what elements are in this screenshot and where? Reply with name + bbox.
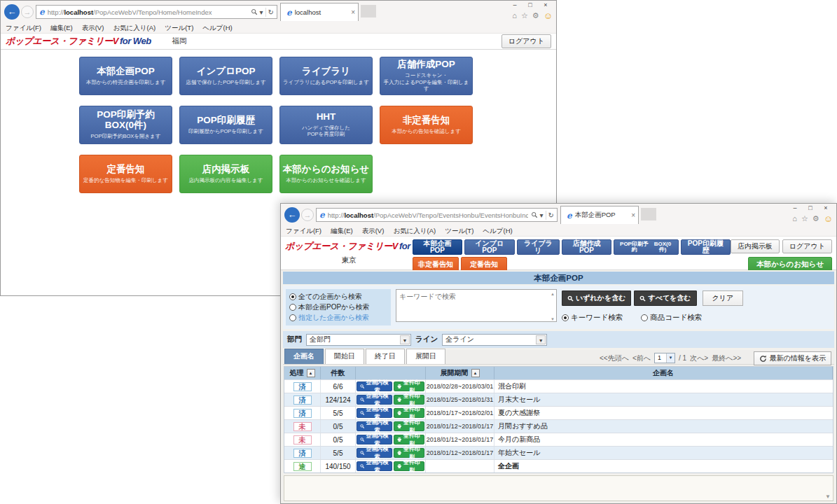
maximize-button[interactable]: □ bbox=[803, 204, 818, 213]
print-all-button[interactable]: 全件印刷 bbox=[394, 382, 424, 391]
print-all-button[interactable]: 全件印刷 bbox=[394, 421, 424, 431]
home-icon[interactable]: ⌂ bbox=[792, 215, 797, 223]
feedback-smiley-icon[interactable]: ☺ bbox=[544, 11, 553, 20]
menu-item[interactable]: ツール(T) bbox=[165, 24, 193, 33]
menu-tile[interactable]: POP印刷履歴印刷履歴からPOPを印刷します bbox=[179, 106, 272, 144]
menu-item[interactable]: 表示(V) bbox=[362, 227, 385, 236]
menu-item[interactable]: お気に入り(A) bbox=[113, 24, 155, 33]
store-board-button[interactable]: 店内掲示板 bbox=[731, 239, 780, 253]
menu-tile[interactable]: 店舗作成POPコードスキャン・手入力によるPOPを編集・印刷します bbox=[380, 57, 473, 95]
refresh-list-button[interactable]: 最新の情報を表示 bbox=[754, 351, 831, 365]
forward-button[interactable]: → bbox=[301, 209, 314, 221]
close-button[interactable]: × bbox=[538, 1, 553, 10]
print-all-button[interactable]: 全件印刷 bbox=[394, 395, 424, 405]
search-in-event-button[interactable]: 企画内検索 bbox=[357, 435, 392, 444]
radio-option[interactable]: キーワード検索 bbox=[562, 313, 623, 323]
keyword-input[interactable] bbox=[396, 289, 557, 322]
home-icon[interactable]: ⌂ bbox=[512, 12, 517, 20]
minimize-button[interactable]: – bbox=[787, 204, 803, 213]
new-tab-button[interactable] bbox=[641, 208, 656, 220]
menu-tile[interactable]: POP印刷予約BOX(0件)POP印刷予約BOXを開きます bbox=[79, 106, 172, 144]
menu-tile[interactable]: 本部企画POP本部からの特売企画を印刷します bbox=[79, 57, 172, 95]
sort-status-button[interactable]: ▲ bbox=[307, 369, 315, 377]
minimize-button[interactable]: – bbox=[507, 1, 523, 10]
menu-item[interactable]: 編集(E) bbox=[50, 24, 73, 33]
search-in-event-button[interactable]: 企画内検索 bbox=[357, 421, 392, 431]
menu-item[interactable]: お気に入り(A) bbox=[393, 227, 436, 236]
radio-option[interactable]: 商品コード検索 bbox=[641, 313, 702, 323]
dept-select[interactable]: 全部門▼ bbox=[306, 334, 411, 346]
page-next-link[interactable]: 次へ> bbox=[690, 354, 708, 363]
settings-gear-icon[interactable]: ⚙ bbox=[812, 215, 819, 223]
menu-item[interactable]: 編集(E) bbox=[331, 227, 353, 236]
refresh-icon[interactable]: ↻ bbox=[548, 211, 554, 219]
page-last-link[interactable]: 最終へ>> bbox=[712, 354, 741, 363]
favorites-star-icon[interactable]: ☆ bbox=[801, 215, 808, 223]
status-badge[interactable]: 済 bbox=[293, 449, 312, 458]
tab-close-icon[interactable]: × bbox=[351, 8, 355, 16]
nav-button[interactable]: POP印刷履歴 bbox=[681, 239, 731, 255]
page-first-link[interactable]: <<先頭へ bbox=[600, 354, 629, 363]
print-all-button[interactable]: 全件印刷 bbox=[394, 408, 424, 418]
page-prev-link[interactable]: <前へ bbox=[632, 354, 651, 363]
status-badge[interactable]: 済 bbox=[293, 396, 312, 405]
clear-button[interactable]: クリア bbox=[703, 290, 744, 306]
search-icon[interactable] bbox=[251, 8, 258, 15]
search-in-event-button[interactable]: 企画内検索 bbox=[357, 461, 392, 471]
sort-tab[interactable]: 開始日 bbox=[325, 349, 364, 364]
menu-tile[interactable]: HHTハンディで保存したPOPを再度印刷 bbox=[279, 106, 373, 144]
radio-option[interactable]: 本部企画POPから検索 bbox=[289, 302, 387, 312]
status-badge[interactable]: 途 bbox=[293, 462, 312, 471]
close-button[interactable]: × bbox=[818, 204, 833, 213]
maximize-button[interactable]: □ bbox=[523, 1, 538, 10]
status-badge[interactable]: 済 bbox=[293, 409, 312, 418]
back-button[interactable]: ← bbox=[284, 207, 300, 223]
browser-tab[interactable]: e localhost × bbox=[280, 3, 359, 21]
scroll-down-icon[interactable]: ▼ bbox=[825, 493, 831, 500]
logout-button[interactable]: ログアウト bbox=[782, 239, 832, 253]
print-all-button[interactable]: 全件印刷 bbox=[394, 435, 424, 444]
feedback-smiley-icon[interactable]: ☺ bbox=[824, 214, 833, 223]
sort-tab[interactable]: 企画名 bbox=[284, 349, 324, 364]
search-all-button[interactable]: すべてを含む bbox=[634, 290, 696, 306]
print-all-button[interactable]: 全件印刷 bbox=[394, 448, 424, 458]
logout-button[interactable]: ログアウト bbox=[501, 34, 551, 48]
menu-item[interactable]: ヘルプ(H) bbox=[202, 24, 232, 33]
search-in-event-button[interactable]: 企画内検索 bbox=[357, 382, 392, 391]
search-any-button[interactable]: いずれかを含む bbox=[562, 290, 631, 306]
menu-tile[interactable]: インプロPOP店舗で保存したPOPを印刷します bbox=[179, 57, 272, 95]
page-select[interactable]: 1▼ bbox=[654, 353, 675, 363]
new-tab-button[interactable] bbox=[361, 5, 376, 18]
menu-item[interactable]: ファイル(F) bbox=[286, 227, 321, 236]
sort-tab[interactable]: 終了日 bbox=[366, 349, 405, 364]
settings-gear-icon[interactable]: ⚙ bbox=[532, 12, 539, 20]
chevron-down-icon[interactable]: ▾ bbox=[260, 8, 263, 16]
menu-tile[interactable]: ライブラリライブラリにあるPOPを印刷します bbox=[279, 57, 373, 95]
menu-item[interactable]: ツール(T) bbox=[445, 227, 473, 236]
menu-item[interactable]: 表示(V) bbox=[82, 24, 104, 33]
search-icon[interactable] bbox=[531, 211, 538, 218]
sort-period-button[interactable]: ▲ bbox=[471, 369, 480, 377]
forward-button[interactable]: → bbox=[21, 6, 34, 18]
menu-tile[interactable]: 非定番告知本部からの告知を確認します bbox=[380, 106, 473, 144]
nav-button[interactable]: 店舗作成POP bbox=[562, 239, 611, 255]
status-badge[interactable]: 未 bbox=[293, 422, 312, 431]
radio-option[interactable]: 指定した企画から検索 bbox=[289, 313, 387, 323]
sort-tab[interactable]: 展開日 bbox=[406, 349, 445, 364]
nav-button[interactable]: ライブラリ bbox=[517, 239, 560, 255]
nav-button[interactable]: POP印刷予約BOX(0件) bbox=[614, 239, 679, 255]
print-all-button[interactable]: 全件印刷 bbox=[394, 461, 424, 471]
address-bar[interactable]: e http://localhost/PopAceWebV/Tenpo/Even… bbox=[316, 208, 558, 222]
menu-item[interactable]: ヘルプ(H) bbox=[483, 227, 512, 236]
textarea-scroll-arrows[interactable]: ▲▼ bbox=[551, 292, 555, 321]
line-select[interactable]: 全ライン▼ bbox=[442, 334, 547, 346]
browser-tab[interactable]: e 本部企画POP × bbox=[560, 206, 639, 224]
favorites-star-icon[interactable]: ☆ bbox=[521, 12, 528, 20]
menu-tile[interactable]: 店内掲示板店内掲示板の内容を編集します bbox=[179, 155, 272, 193]
nav-button[interactable]: 本部企画POP bbox=[413, 239, 462, 255]
tab-close-icon[interactable]: × bbox=[631, 211, 635, 219]
menu-tile[interactable]: 定番告知定番的な告知物を編集・印刷します bbox=[79, 155, 172, 193]
search-in-event-button[interactable]: 企画内検索 bbox=[357, 395, 392, 405]
status-badge[interactable]: 未 bbox=[293, 435, 312, 444]
address-bar[interactable]: e http://localhost/PopAceWebV/Tenpo/Home… bbox=[36, 5, 277, 19]
